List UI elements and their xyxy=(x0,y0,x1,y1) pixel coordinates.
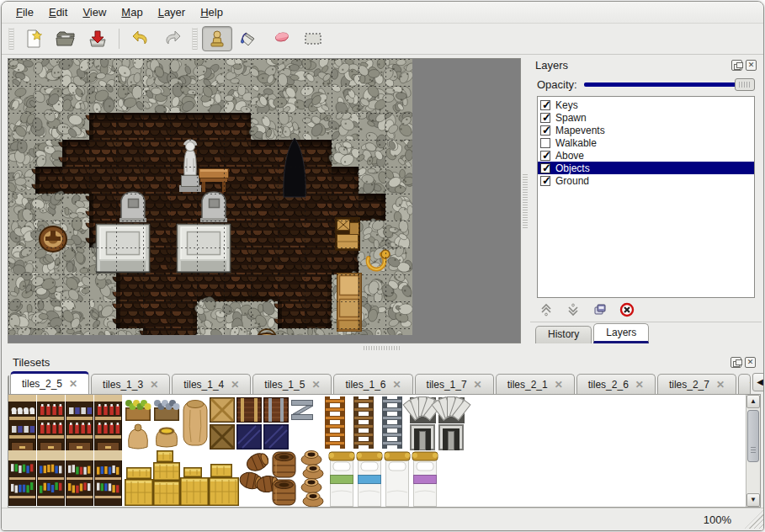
tilesets-dock: Tilesets ✕ tiles_2_5✕tiles_1_3✕tiles_1_4… xyxy=(8,353,761,508)
tileset-tab-tiles_2_1[interactable]: tiles_2_1✕ xyxy=(496,374,575,394)
tab-close-icon[interactable]: ✕ xyxy=(69,378,77,390)
scroll-up-icon[interactable]: ▲ xyxy=(746,395,760,408)
tileset-tab-label: tiles_2_1 xyxy=(507,379,548,391)
map-canvas[interactable] xyxy=(8,59,520,343)
layer-visibility-checkbox[interactable] xyxy=(540,138,550,148)
toolbar xyxy=(2,24,763,55)
horizontal-splitter[interactable] xyxy=(2,343,764,353)
tab-scroll-left-icon[interactable]: ◀ xyxy=(752,373,764,391)
tab-close-icon[interactable]: ✕ xyxy=(474,379,482,391)
eraser-icon xyxy=(270,28,292,50)
menu-help[interactable]: Help xyxy=(193,3,231,21)
open-file-button[interactable] xyxy=(50,26,81,51)
dock-tab-layers[interactable]: Layers xyxy=(593,323,649,343)
tileset-tab-tiles_1_7[interactable]: tiles_1_7✕ xyxy=(415,374,494,394)
layer-visibility-checkbox[interactable]: ✓ xyxy=(540,125,550,136)
layer-visibility-checkbox[interactable]: ✓ xyxy=(540,176,550,186)
tileset-tab-bar: tiles_2_5✕tiles_1_3✕tiles_1_4✕tiles_1_5✕… xyxy=(8,371,761,394)
dock-tab-history[interactable]: History xyxy=(535,326,592,343)
layer-visibility-checkbox[interactable]: ✓ xyxy=(540,163,550,173)
tab-scroll-buttons: ◀▶ xyxy=(752,373,764,394)
tileset-tab-tiles_2_6[interactable]: tiles_2_6✕ xyxy=(576,374,656,394)
open-folder-icon xyxy=(55,28,77,50)
menu-layer[interactable]: Layer xyxy=(151,3,194,21)
tileset-tab-tiles_1_3[interactable]: tiles_1_3✕ xyxy=(91,374,170,394)
tilesets-close-icon[interactable]: ✕ xyxy=(745,357,756,368)
eraser-tool-button[interactable] xyxy=(266,26,296,51)
layer-name: Spawn xyxy=(555,112,587,124)
undo-icon xyxy=(130,28,151,50)
tileset-tab-label: tiles_1_4 xyxy=(183,379,224,391)
tab-close-icon[interactable]: ✕ xyxy=(555,379,563,391)
tileset-scrollbar[interactable]: ▲ ▼ xyxy=(746,395,760,507)
layer-row-objects[interactable]: ✓Objects xyxy=(538,162,754,174)
layer-name: Mapevents xyxy=(555,125,605,136)
redo-button[interactable] xyxy=(157,26,188,51)
raise-layer-button[interactable] xyxy=(537,301,555,319)
menu-view[interactable]: View xyxy=(75,3,114,21)
save-button[interactable] xyxy=(82,26,113,51)
tileset-tab-tiles_1_6[interactable]: tiles_1_6✕ xyxy=(333,374,412,394)
layer-row-above[interactable]: ✓Above xyxy=(538,149,754,162)
opacity-slider-handle[interactable] xyxy=(735,78,755,91)
resize-grip[interactable] xyxy=(745,510,763,529)
menu-map[interactable]: Map xyxy=(114,3,150,21)
toolbar-drag-handle[interactable] xyxy=(8,28,14,50)
vertical-splitter[interactable] xyxy=(521,58,530,343)
opacity-slider-track[interactable] xyxy=(584,82,753,87)
vertical-splitter-grip[interactable] xyxy=(523,173,528,228)
stamp-tool-button[interactable] xyxy=(202,26,232,51)
tilesets-float-icon[interactable] xyxy=(730,357,741,368)
tab-close-icon[interactable]: ✕ xyxy=(150,379,158,391)
tileset-tab-tiles_1_4[interactable]: tiles_1_4✕ xyxy=(172,374,251,394)
select-tool-button[interactable] xyxy=(298,26,328,51)
delete-layer-button[interactable] xyxy=(618,301,636,319)
fill-tool-button[interactable] xyxy=(234,26,264,51)
layers-float-icon[interactable] xyxy=(731,60,742,71)
opacity-label: Opacity: xyxy=(537,78,577,91)
layer-row-mapevents[interactable]: ✓Mapevents xyxy=(538,124,754,136)
layer-visibility-checkbox[interactable]: ✓ xyxy=(540,113,550,123)
tileset-tab-tiles_1_5[interactable]: tiles_1_5✕ xyxy=(252,374,332,394)
fill-bucket-icon xyxy=(238,28,260,50)
horizontal-splitter-grip[interactable] xyxy=(364,346,401,350)
layer-row-ground[interactable]: ✓Ground xyxy=(538,174,754,187)
tileset-canvas[interactable] xyxy=(8,395,746,507)
layer-visibility-checkbox[interactable]: ✓ xyxy=(540,100,550,110)
scroll-down-icon[interactable]: ▼ xyxy=(746,493,760,507)
layers-dock: Layers ✕ Opacity: ✓Keys✓Spawn✓MapeventsW… xyxy=(530,56,762,343)
tileset-tab-label: tiles_2_7 xyxy=(669,379,709,391)
tab-close-icon[interactable]: ✕ xyxy=(311,379,320,391)
layers-close-icon[interactable]: ✕ xyxy=(746,60,757,71)
menu-edit[interactable]: Edit xyxy=(41,3,75,21)
layer-name: Keys xyxy=(555,99,578,111)
layer-visibility-checkbox[interactable]: ✓ xyxy=(540,151,550,161)
undo-button[interactable] xyxy=(125,26,156,51)
tileset-tab-partial[interactable]: tiles_ xyxy=(738,374,751,394)
tileset-tab-label: tiles_1_3 xyxy=(103,379,143,391)
layer-row-walkable[interactable]: Walkable xyxy=(538,136,754,149)
tileset-viewport: ▲ ▼ xyxy=(8,394,761,508)
app-window: FileEditViewMapLayerHelp xyxy=(1,1,764,531)
menu-file[interactable]: File xyxy=(8,3,41,21)
layers-dock-title: Layers xyxy=(535,59,728,72)
layer-row-spawn[interactable]: ✓Spawn xyxy=(538,111,754,124)
lower-layer-button[interactable] xyxy=(564,301,582,319)
tileset-scroll-track[interactable] xyxy=(746,408,760,493)
layer-row-keys[interactable]: ✓Keys xyxy=(538,98,754,111)
tab-close-icon[interactable]: ✕ xyxy=(716,379,725,391)
tab-close-icon[interactable]: ✕ xyxy=(392,379,401,391)
toolbar-drag-handle-2[interactable] xyxy=(192,28,198,50)
redo-icon xyxy=(162,28,183,50)
tileset-tab-tiles_2_5[interactable]: tiles_2_5✕ xyxy=(10,371,89,394)
raise-layer-icon xyxy=(539,302,554,317)
stamp-tool-icon xyxy=(206,28,228,50)
opacity-slider[interactable] xyxy=(584,77,755,91)
tab-close-icon[interactable]: ✕ xyxy=(231,379,239,391)
tileset-tab-tiles_2_7[interactable]: tiles_2_7✕ xyxy=(657,374,736,394)
tab-close-icon[interactable]: ✕ xyxy=(635,379,644,391)
duplicate-layer-button[interactable] xyxy=(591,301,609,319)
tileset-scroll-thumb[interactable] xyxy=(747,410,759,462)
new-file-button[interactable] xyxy=(19,26,49,51)
layer-buttons xyxy=(530,298,762,322)
